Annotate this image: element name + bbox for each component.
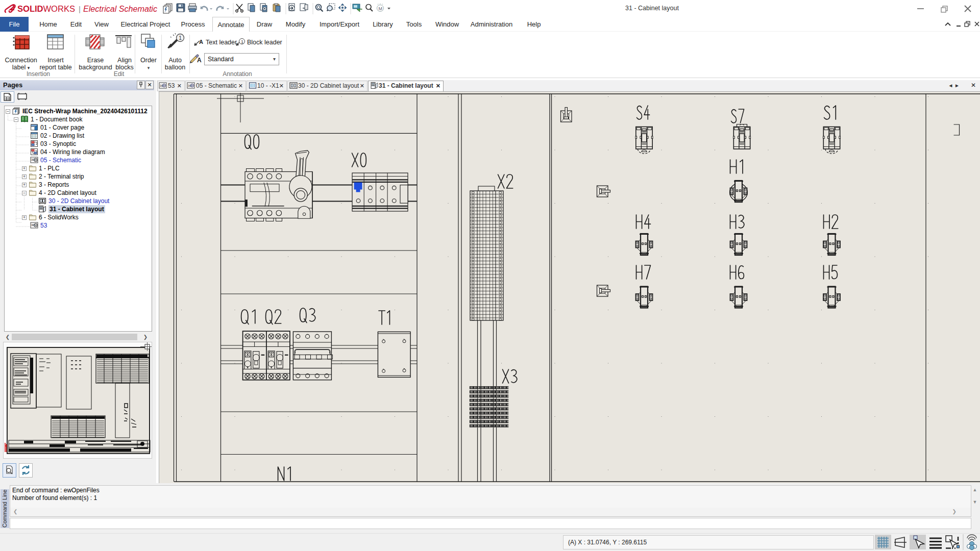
svg-text:SOLIDWORKS: SOLIDWORKS — [17, 5, 75, 13]
svg-text:1: 1 — [179, 35, 182, 41]
svg-text:A: A — [197, 57, 202, 64]
svg-text:|: | — [79, 5, 81, 13]
svg-text:M: M — [379, 6, 383, 11]
svg-text:Electrical Schematic: Electrical Schematic — [83, 5, 157, 13]
svg-text:A: A — [199, 39, 203, 45]
